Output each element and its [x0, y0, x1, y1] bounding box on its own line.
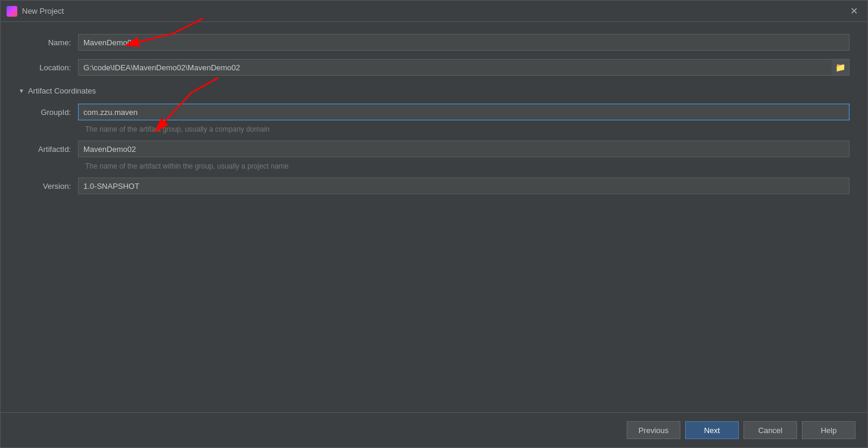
location-input-wrap: 📁 — [78, 59, 850, 76]
location-input[interactable] — [78, 59, 850, 76]
dialog-title: New Project — [22, 7, 847, 15]
name-input[interactable] — [78, 34, 850, 51]
version-input[interactable] — [78, 178, 850, 194]
artifactid-hint: The name of the artifact within the grou… — [85, 162, 850, 170]
artifactid-input[interactable] — [78, 141, 850, 157]
section-collapse-arrow[interactable]: ▼ — [18, 88, 24, 94]
groupid-label: GroupId: — [18, 108, 78, 117]
artifact-section-header: ▼ Artifact Coordinates — [18, 86, 850, 95]
folder-icon: 📁 — [835, 63, 845, 72]
section-title: Artifact Coordinates — [28, 86, 96, 95]
groupid-input[interactable] — [78, 104, 850, 120]
location-label: Location: — [18, 63, 78, 72]
title-bar: New Project ✕ — [1, 1, 867, 22]
dialog-content: Name: Location: 📁 ▼ Artifact Coordinates… — [1, 22, 867, 412]
close-button[interactable]: ✕ — [847, 4, 861, 18]
cancel-button[interactable]: Cancel — [743, 421, 797, 439]
version-label: Version: — [18, 182, 78, 191]
location-row: Location: 📁 — [18, 59, 850, 76]
help-button[interactable]: Help — [802, 421, 855, 439]
previous-button[interactable]: Previous — [627, 421, 680, 439]
name-label: Name: — [18, 38, 78, 47]
dialog-footer: Previous Next Cancel Help — [1, 412, 867, 447]
groupid-hint: The name of the artifact group, usually … — [85, 125, 850, 133]
groupid-row: GroupId: — [18, 104, 850, 120]
browse-folder-button[interactable]: 📁 — [832, 59, 850, 76]
app-icon — [7, 6, 17, 17]
artifactid-label: ArtifactId: — [18, 145, 78, 154]
version-row: Version: — [18, 178, 850, 194]
next-button[interactable]: Next — [685, 421, 739, 439]
artifactid-row: ArtifactId: — [18, 141, 850, 157]
name-row: Name: — [18, 34, 850, 51]
new-project-dialog: New Project ✕ Name: Location: 📁 ▼ Artifa… — [0, 0, 868, 448]
